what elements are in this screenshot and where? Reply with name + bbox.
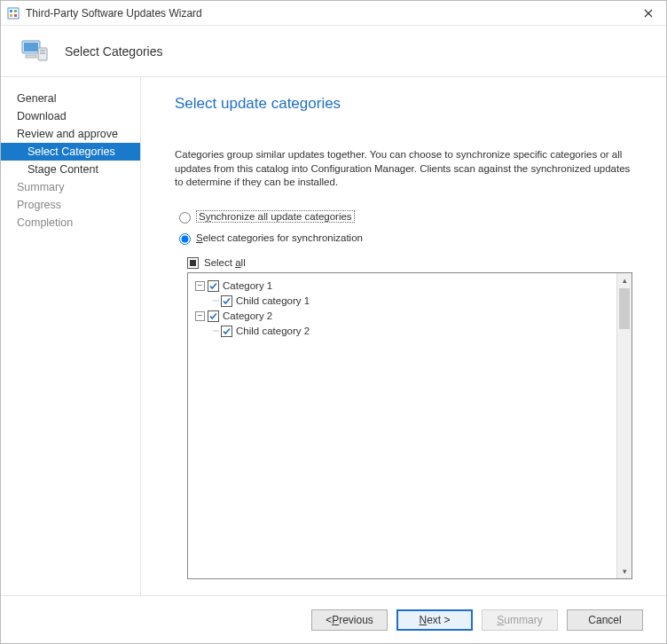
app-icon	[6, 6, 20, 20]
scrollbar[interactable]: ▴ ▾	[616, 273, 632, 578]
step-title: Select Categories	[65, 44, 163, 59]
svg-rect-9	[40, 52, 45, 54]
category-tree: − Category 1 ┈ Child category 1	[187, 272, 632, 579]
tree-label: Category 1	[223, 280, 272, 291]
tree-node-category-2[interactable]: − Category 2	[195, 309, 609, 324]
tree-connector-icon: ┈	[213, 295, 218, 307]
checkbox-icon[interactable]	[221, 295, 232, 307]
tree-label: Category 2	[223, 310, 272, 321]
tree-label: Child category 1	[236, 295, 310, 306]
sidebar-item-progress[interactable]: Progress	[1, 196, 140, 214]
tri-state-checkbox-icon	[187, 257, 199, 269]
svg-rect-1	[10, 10, 12, 12]
svg-rect-8	[40, 50, 45, 51]
sidebar-item-stage-content[interactable]: Stage Content	[1, 161, 140, 178]
checkbox-icon[interactable]	[208, 280, 219, 292]
scroll-down-icon[interactable]: ▾	[617, 563, 632, 578]
close-button[interactable]	[631, 1, 666, 26]
sidebar-item-general[interactable]: General	[1, 90, 140, 107]
collapse-icon[interactable]: −	[195, 281, 205, 291]
page-description: Categories group similar updates togethe…	[175, 148, 632, 190]
select-all-checkbox[interactable]: Select all	[187, 257, 632, 269]
scroll-track[interactable]	[617, 288, 632, 563]
svg-rect-10	[26, 55, 36, 58]
sidebar-item-download[interactable]: Download	[1, 107, 140, 125]
page-heading: Select update categories	[175, 95, 632, 113]
tree-node-child-1[interactable]: ┈ Child category 1	[195, 294, 609, 309]
wizard-header: Select Categories	[1, 26, 666, 77]
checkbox-icon[interactable]	[221, 326, 232, 337]
radio-sync-all-input[interactable]	[179, 212, 191, 224]
cancel-button[interactable]: Cancel	[567, 609, 643, 631]
tree-node-child-2[interactable]: ┈ Child category 2	[195, 324, 609, 339]
svg-rect-4	[14, 14, 17, 17]
tree-content: − Category 1 ┈ Child category 1	[188, 273, 616, 578]
sidebar-item-select-categories[interactable]: Select Categories	[1, 143, 140, 161]
tree-connector-icon: ┈	[213, 325, 218, 337]
window-title: Third-Party Software Updates Wizard	[26, 7, 631, 20]
wizard-body: General Download Review and approve Sele…	[1, 77, 666, 595]
sidebar-item-completion[interactable]: Completion	[1, 214, 140, 232]
wizard-icon	[17, 34, 52, 69]
previous-button[interactable]: < Previous	[311, 609, 388, 631]
svg-rect-3	[10, 14, 12, 17]
tree-node-category-1[interactable]: − Category 1	[195, 279, 609, 294]
summary-button: Summary	[482, 609, 558, 631]
svg-rect-0	[8, 8, 19, 19]
radio-sync-all[interactable]: Synchronize all update categories	[175, 209, 632, 224]
wizard-footer: < Previous Next > Summary Cancel	[1, 595, 666, 643]
svg-rect-2	[14, 10, 17, 12]
tree-label: Child category 2	[236, 326, 310, 336]
sidebar-item-review[interactable]: Review and approve	[1, 125, 140, 143]
collapse-icon[interactable]: −	[195, 311, 205, 321]
svg-rect-6	[24, 43, 38, 51]
checkbox-icon[interactable]	[208, 310, 219, 322]
sidebar-item-summary[interactable]: Summary	[1, 178, 140, 196]
scroll-thumb[interactable]	[619, 288, 630, 329]
wizard-window: Third-Party Software Updates Wizard Sele…	[0, 0, 667, 644]
titlebar: Third-Party Software Updates Wizard	[1, 1, 666, 26]
scroll-up-icon[interactable]: ▴	[617, 273, 632, 288]
content-pane: Select update categories Categories grou…	[141, 77, 666, 595]
next-button[interactable]: Next >	[396, 609, 473, 631]
radio-select-categories[interactable]: Select categories for synchronization	[175, 231, 632, 245]
sidebar: General Download Review and approve Sele…	[1, 77, 141, 595]
radio-select-categories-input[interactable]	[179, 233, 191, 245]
